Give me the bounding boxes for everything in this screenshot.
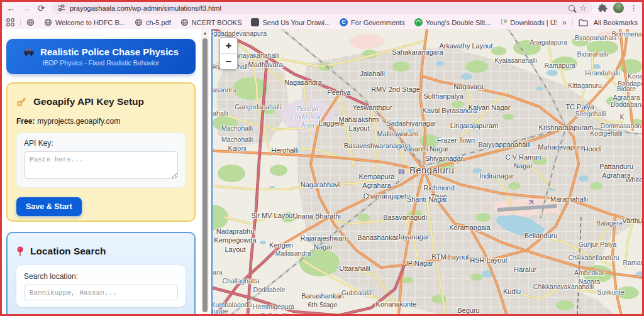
url-text: prayogashaala.com/wp-admin/simulations/f…: [70, 4, 564, 12]
bookmark-label: ch-5.pdf: [146, 19, 171, 26]
back-button[interactable]: ←: [6, 4, 16, 13]
bookmark-item[interactable]: ch-5.pdf: [135, 18, 171, 26]
location-search-card: Location Search Search location:: [6, 232, 196, 316]
divider: [572, 19, 573, 26]
browser-window: ← → ⟳ prayogashaala.com/wp-admin/simulat…: [0, 0, 644, 316]
map-zoom-control: + −: [219, 37, 238, 70]
bookmark-label: For Governments: [351, 19, 405, 26]
forward-button[interactable]: →: [21, 4, 31, 13]
api-card-title: Geoapify API Key Setup: [33, 96, 144, 107]
map-canvas: [213, 29, 643, 314]
pin-icon: [16, 246, 24, 257]
app-title: Realistic Police Chase Physics: [40, 46, 179, 57]
bookmark-favicon: ◠: [414, 18, 423, 26]
profile-avatar[interactable]: [613, 3, 624, 13]
bookmark-item[interactable]: [0Downloads | IJSO O...: [501, 18, 557, 26]
bookmark-item[interactable]: [26, 18, 35, 26]
apps-grid-icon[interactable]: [6, 18, 14, 26]
bookmark-label: Downloads | IJSO O...: [510, 19, 557, 26]
location-field-group: Search location:: [16, 265, 186, 307]
scrollbar-up-icon[interactable]: ▲: [201, 31, 209, 35]
key-icon: [16, 97, 27, 107]
url-bar[interactable]: prayogashaala.com/wp-admin/simulations/f…: [52, 2, 592, 14]
all-bookmarks-label[interactable]: All Bookmarks: [594, 19, 638, 26]
globe-icon: [135, 18, 143, 26]
globe-icon: [44, 18, 52, 26]
bookmark-favicon: C: [340, 18, 348, 26]
header-card: Realistic Police Chase Physics IBDP Phys…: [6, 39, 196, 74]
free-info: Free:myprojects.geoapify.com: [16, 117, 186, 126]
bookmark-item[interactable]: Welcome to HDFC B...: [44, 18, 125, 26]
location-label: Search location:: [24, 272, 178, 281]
divider: [20, 19, 21, 26]
bookmark-star-icon[interactable]: ☆: [579, 4, 587, 12]
extensions-icon[interactable]: [598, 3, 608, 13]
api-key-label: API Key:: [24, 139, 178, 148]
sidebar: Realistic Police Chase Physics IBDP Phys…: [6, 29, 196, 316]
api-key-field-group: API Key:: [16, 133, 186, 188]
bookmark-favicon: [0: [501, 18, 508, 26]
browser-toolbar: ← → ⟳ prayogashaala.com/wp-admin/simulat…: [0, 0, 644, 16]
map-container[interactable]: HeggadadevanapuraMadanayakanahalliMadhav…: [211, 29, 643, 314]
bookmarks-list: Welcome to HDFC B...ch-5.pdfNCERT BOOKSS…: [26, 18, 557, 26]
map-zoom-in-button[interactable]: +: [220, 38, 237, 53]
location-search-input[interactable]: [24, 285, 178, 300]
page-scrollbar[interactable]: ▲: [201, 29, 209, 316]
bookmark-label: NCERT BOOKS: [192, 19, 242, 26]
reload-button[interactable]: ⟳: [36, 4, 46, 13]
bookmark-item[interactable]: CFor Governments: [340, 18, 405, 26]
menu-icon[interactable]: ⋮: [630, 4, 638, 12]
globe-icon: [26, 18, 35, 26]
map-zoom-out-button[interactable]: −: [220, 53, 237, 69]
api-key-card: Geoapify API Key Setup Free:myprojects.g…: [6, 82, 196, 222]
api-key-input[interactable]: [24, 151, 178, 179]
police-car-icon: [23, 48, 35, 56]
bookmark-favicon: [251, 18, 259, 26]
save-start-button[interactable]: Save & Start: [16, 197, 82, 216]
bookmark-label: Send Us Your Drawi...: [262, 19, 330, 26]
app-subtitle: IBDP Physics - Fixed Realistic Behavior: [6, 59, 196, 67]
location-card-title: Location Search: [30, 246, 106, 257]
free-link: myprojects.geoapify.com: [37, 117, 120, 126]
bookmark-item[interactable]: ◠Young's Double Slit...: [414, 18, 491, 26]
bookmarks-overflow-icon[interactable]: »: [562, 18, 567, 27]
bookmark-label: Young's Double Slit...: [426, 19, 491, 26]
bookmark-item[interactable]: Send Us Your Drawi...: [251, 18, 330, 26]
scrollbar-thumb[interactable]: [203, 38, 208, 312]
bookmark-label: Welcome to HDFC B...: [55, 19, 125, 26]
all-bookmarks-folder-icon[interactable]: [579, 19, 588, 26]
bookmark-item[interactable]: NCERT BOOKS: [180, 18, 242, 26]
globe-icon: [180, 18, 189, 26]
bookmarks-bar: Welcome to HDFC B...ch-5.pdfNCERT BOOKSS…: [0, 16, 644, 29]
zoom-page-icon[interactable]: [569, 5, 575, 11]
site-settings-icon[interactable]: [57, 4, 65, 12]
